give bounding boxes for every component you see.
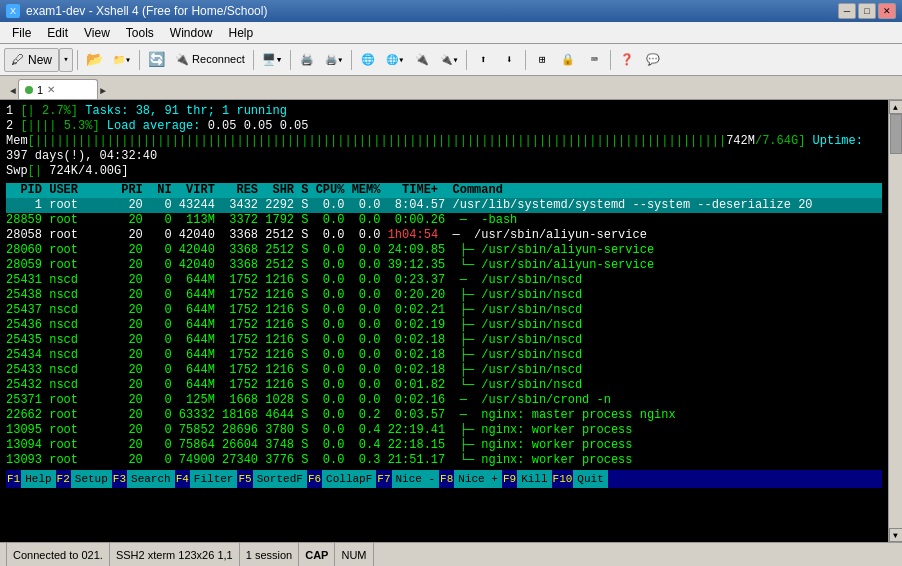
terminal-wrapper: 1 [| 2.7%] Tasks: 38, 91 thr; 1 running … bbox=[0, 100, 902, 542]
num-indicator: NUM bbox=[335, 543, 373, 566]
cpu1-row: 1 [| 2.7%] Tasks: 38, 91 thr; 1 running bbox=[6, 104, 882, 119]
sep1 bbox=[77, 50, 78, 70]
terminal[interactable]: 1 [| 2.7%] Tasks: 38, 91 thr; 1 running … bbox=[0, 100, 888, 542]
window-controls[interactable]: ─ □ ✕ bbox=[838, 3, 896, 19]
plugin2-button[interactable]: 🔌▾ bbox=[436, 48, 462, 72]
process-row-5[interactable]: 28059 root 20 0 42040 3368 2512 S 0.0 0.… bbox=[6, 258, 882, 273]
globe-button[interactable]: 🌐 bbox=[356, 48, 380, 72]
tab-scroll-right[interactable]: ► bbox=[98, 84, 108, 99]
menu-view[interactable]: View bbox=[76, 24, 118, 42]
cpu2-row: 2 [|||| 5.3%] Load average: 0.05 0.05 0.… bbox=[6, 119, 882, 134]
tab-bar: ◄ 1 ✕ ► bbox=[0, 76, 902, 100]
help-button[interactable]: ❓ bbox=[615, 48, 639, 72]
sep4 bbox=[290, 50, 291, 70]
process-row-15[interactable]: 22662 root 20 0 63332 18168 4644 S 0.0 0… bbox=[6, 408, 882, 423]
maximize-button[interactable]: □ bbox=[858, 3, 876, 19]
num-label: NUM bbox=[341, 549, 366, 561]
process-row-7[interactable]: 25438 nscd 20 0 644M 1752 1216 S 0.0 0.0… bbox=[6, 288, 882, 303]
sep7 bbox=[525, 50, 526, 70]
status-bar: Connected to 021. SSH2 xterm 123x26 1,1 … bbox=[0, 542, 902, 566]
menu-bar: File Edit View Tools Window Help bbox=[0, 22, 902, 44]
process-row-6[interactable]: 25431 nscd 20 0 644M 1752 1216 S 0.0 0.0… bbox=[6, 273, 882, 288]
open-button[interactable]: 📂 bbox=[82, 48, 107, 72]
menu-file[interactable]: File bbox=[4, 24, 39, 42]
mem-row: Mem[||||||||||||||||||||||||||||||||||||… bbox=[6, 134, 882, 164]
window-title: exam1-dev - Xshell 4 (Free for Home/Scho… bbox=[26, 4, 267, 18]
keyboard-button[interactable]: ⌨️ bbox=[582, 48, 606, 72]
print2-button[interactable]: 🖨️▾ bbox=[321, 48, 347, 72]
session-info: 1 session bbox=[240, 543, 299, 566]
refresh-button[interactable]: 🔄 bbox=[144, 48, 169, 72]
host-address: 021. bbox=[82, 549, 103, 561]
sep3 bbox=[253, 50, 254, 70]
scroll-up-button[interactable]: ▲ bbox=[889, 100, 903, 114]
process-row-12[interactable]: 25433 nscd 20 0 644M 1752 1216 S 0.0 0.0… bbox=[6, 363, 882, 378]
cap-label: CAP bbox=[305, 549, 328, 561]
process-row-9[interactable]: 25436 nscd 20 0 644M 1752 1216 S 0.0 0.0… bbox=[6, 318, 882, 333]
scroll-thumb[interactable] bbox=[890, 114, 902, 154]
folder-button[interactable]: 📁▾ bbox=[109, 48, 135, 72]
tab-label: 1 bbox=[37, 84, 43, 96]
tab-close-button[interactable]: ✕ bbox=[47, 84, 55, 95]
connection-status: Connected to 021. bbox=[6, 543, 110, 566]
close-button[interactable]: ✕ bbox=[878, 3, 896, 19]
ssh-info: SSH2 xterm 123x26 1,1 bbox=[110, 543, 240, 566]
scroll-down-button[interactable]: ▼ bbox=[889, 528, 903, 542]
process-row-1[interactable]: 1 root 20 0 43244 3432 2292 S 0.0 0.0 8:… bbox=[6, 198, 882, 213]
scroll-track[interactable] bbox=[889, 114, 902, 528]
process-row-3[interactable]: 28058 root 20 0 42040 3368 2512 S 0.0 0.… bbox=[6, 228, 882, 243]
connected-label: Connected to bbox=[13, 549, 78, 561]
display-button[interactable]: 🖥️▾ bbox=[258, 48, 287, 72]
chat-button[interactable]: 💬 bbox=[641, 48, 665, 72]
process-row-8[interactable]: 25437 nscd 20 0 644M 1752 1216 S 0.0 0.0… bbox=[6, 303, 882, 318]
session-label: 1 session bbox=[246, 549, 292, 561]
process-row-2[interactable]: 28859 root 20 0 113M 3372 1792 S 0.0 0.0… bbox=[6, 213, 882, 228]
process-row-11[interactable]: 25434 nscd 20 0 644M 1752 1216 S 0.0 0.0… bbox=[6, 348, 882, 363]
process-header: PID USER PRI NI VIRT RES SHR S CPU% MEM%… bbox=[6, 183, 882, 198]
sep2 bbox=[139, 50, 140, 70]
process-row-4[interactable]: 28060 root 20 0 42040 3368 2512 S 0.0 0.… bbox=[6, 243, 882, 258]
terminal-tab-1[interactable]: 1 ✕ bbox=[18, 79, 98, 99]
sep5 bbox=[351, 50, 352, 70]
grid-button[interactable]: ⊞ bbox=[530, 48, 554, 72]
tab-scroll-left[interactable]: ◄ bbox=[8, 84, 18, 99]
process-row-14[interactable]: 25371 root 20 0 125M 1668 1028 S 0.0 0.0… bbox=[6, 393, 882, 408]
swp-row: Swp[| 724K/4.00G] bbox=[6, 164, 882, 179]
plugin-button[interactable]: 🔌 bbox=[410, 48, 434, 72]
process-row-18[interactable]: 13093 root 20 0 74900 27340 3776 S 0.0 0… bbox=[6, 453, 882, 468]
app-icon: X bbox=[6, 4, 20, 18]
new-button[interactable]: 🖊 New bbox=[4, 48, 59, 72]
sep8 bbox=[610, 50, 611, 70]
process-row-10[interactable]: 25435 nscd 20 0 644M 1752 1216 S 0.0 0.0… bbox=[6, 333, 882, 348]
menu-window[interactable]: Window bbox=[162, 24, 221, 42]
new-label: New bbox=[28, 53, 52, 67]
print-button[interactable]: 🖨️ bbox=[295, 48, 319, 72]
tab-status-dot bbox=[25, 86, 33, 94]
process-row-17[interactable]: 13094 root 20 0 75864 26604 3748 S 0.0 0… bbox=[6, 438, 882, 453]
ssh-info-label: SSH2 xterm 123x26 1,1 bbox=[116, 549, 233, 561]
download-button[interactable]: ⬇️ bbox=[497, 48, 521, 72]
process-row-16[interactable]: 13095 root 20 0 75852 28696 3780 S 0.0 0… bbox=[6, 423, 882, 438]
process-row-13[interactable]: 25432 nscd 20 0 644M 1752 1216 S 0.0 0.0… bbox=[6, 378, 882, 393]
globe2-button[interactable]: 🌐▾ bbox=[382, 48, 408, 72]
title-bar: X exam1-dev - Xshell 4 (Free for Home/Sc… bbox=[0, 0, 902, 22]
reconnect-button[interactable]: 🔌 Reconnect bbox=[171, 48, 249, 72]
cap-indicator: CAP bbox=[299, 543, 335, 566]
terminal-scrollbar[interactable]: ▲ ▼ bbox=[888, 100, 902, 542]
toolbar: 🖊 New ▾ 📂 📁▾ 🔄 🔌 Reconnect 🖥️▾ 🖨️ 🖨️▾ 🌐 … bbox=[0, 44, 902, 76]
lock-button[interactable]: 🔒 bbox=[556, 48, 580, 72]
fn-key-bar: F1Help F2Setup F3Search F4Filter F5Sorte… bbox=[6, 470, 882, 488]
menu-tools[interactable]: Tools bbox=[118, 24, 162, 42]
menu-edit[interactable]: Edit bbox=[39, 24, 76, 42]
minimize-button[interactable]: ─ bbox=[838, 3, 856, 19]
menu-help[interactable]: Help bbox=[221, 24, 262, 42]
upload-button[interactable]: ⬆️ bbox=[471, 48, 495, 72]
sep6 bbox=[466, 50, 467, 70]
new-dropdown-button[interactable]: ▾ bbox=[59, 48, 73, 72]
